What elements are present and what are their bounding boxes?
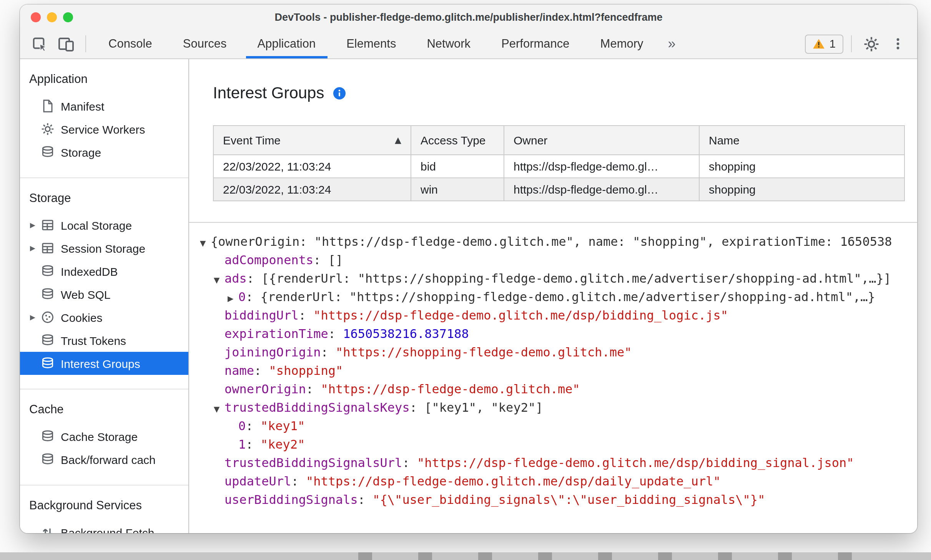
info-icon[interactable] <box>332 86 346 99</box>
column-header-content: Event Time▲ <box>223 134 401 147</box>
tree-line[interactable]: biddingUrl: "https://dsp-fledge-demo.gli… <box>200 307 917 325</box>
json-plain: : <box>299 308 314 323</box>
sidebar-item-label: Trust Tokens <box>61 334 126 347</box>
tree-line[interactable]: joiningOrigin: "https://shopping-fledge-… <box>200 343 917 362</box>
database-icon <box>41 356 55 370</box>
tree-line[interactable]: ▼ads: [{renderUrl: "https://shopping-fle… <box>200 270 917 288</box>
sidebar-item-label: Local Storage <box>61 219 132 232</box>
column-header-content: Owner <box>514 134 690 147</box>
sidebar-item-indexeddb[interactable]: IndexedDB <box>20 260 188 283</box>
tab-console[interactable]: Console <box>93 29 168 58</box>
json-plain: : <box>328 326 343 341</box>
expand-arrow-icon[interactable]: ▶ <box>228 290 238 308</box>
json-num: 1650538216.837188 <box>343 326 469 341</box>
sidebar-section-title: Cache <box>20 394 188 425</box>
json-key: trustedBiddingSignalsUrl <box>224 456 402 470</box>
tree-line[interactable]: ▶0: {renderUrl: "https://shopping-fledge… <box>200 288 917 307</box>
expand-arrow-icon[interactable]: ▶ <box>30 313 41 321</box>
toolbar-separator <box>851 35 852 52</box>
sidebar-item-background-fetch[interactable]: Background Fetch <box>20 521 188 533</box>
tab-performance[interactable]: Performance <box>486 29 585 58</box>
json-plain: : [] <box>313 253 343 267</box>
more-tabs-button[interactable]: » <box>659 29 685 58</box>
tab-application[interactable]: Application <box>242 29 331 58</box>
table-cell: https://dsp-fledge-demo.gl… <box>504 155 699 178</box>
panel-title: Interest Groups <box>213 84 324 102</box>
json-plain: : ["key1", "key2"] <box>410 400 543 415</box>
tab-memory[interactable]: Memory <box>585 29 659 58</box>
sidebar-item-service-workers[interactable]: Service Workers <box>20 118 188 141</box>
column-header-access-type[interactable]: Access Type <box>411 126 504 155</box>
tree-line[interactable]: trustedBiddingSignalsUrl: "https://dsp-f… <box>200 454 917 472</box>
collapse-arrow-icon[interactable]: ▼ <box>214 400 224 419</box>
sidebar-item-manifest[interactable]: Manifest <box>20 94 188 118</box>
column-header-name[interactable]: Name <box>699 126 904 155</box>
events-table-wrap: Event Time▲Access TypeOwnerName 22/03/20… <box>189 102 917 201</box>
tree-line[interactable]: name: "shopping" <box>200 362 917 380</box>
tree-line[interactable]: ownerOrigin: "https://dsp-fledge-demo.gl… <box>200 380 917 399</box>
inspect-element-icon[interactable] <box>28 32 51 55</box>
zoom-button[interactable] <box>63 12 73 22</box>
close-button[interactable] <box>31 12 41 22</box>
sidebar-item-label: Manifest <box>61 99 104 113</box>
device-toolbar-icon[interactable] <box>55 32 78 55</box>
column-header-event-time[interactable]: Event Time▲ <box>213 126 411 155</box>
json-key: ads <box>224 271 247 286</box>
collapse-arrow-icon[interactable]: ▼ <box>200 234 211 253</box>
tree-line[interactable]: 1: "key2" <box>200 436 917 454</box>
sidebar-item-back-forward-cach[interactable]: Back/forward cach <box>20 448 188 471</box>
sidebar-item-session-storage[interactable]: ▶Session Storage <box>20 237 188 260</box>
settings-gear-icon[interactable] <box>860 32 883 55</box>
fetch-icon <box>41 525 55 533</box>
tree-line[interactable]: 0: "key1" <box>200 417 917 436</box>
json-key: adComponents <box>224 253 313 267</box>
json-plain: : <box>246 437 261 452</box>
column-header-label: Event Time <box>223 134 281 147</box>
background-page-edge <box>0 552 931 560</box>
expand-arrow-icon[interactable]: ▶ <box>30 244 41 252</box>
tree-line[interactable]: adComponents: [] <box>200 251 917 270</box>
devtools-body: ApplicationManifestService WorkersStorag… <box>20 59 917 533</box>
json-plain: : <box>246 419 261 433</box>
sidebar-item-cookies[interactable]: ▶Cookies <box>20 306 188 329</box>
expand-arrow-icon[interactable]: ▶ <box>30 221 41 229</box>
issues-badge[interactable]: 1 <box>805 34 843 53</box>
interest-group-details-tree: ▼{ownerOrigin: "https://dsp-fledge-demo.… <box>189 223 917 509</box>
json-key: 1 <box>238 437 246 452</box>
sidebar-section-title: Application <box>20 64 188 94</box>
tree-line[interactable]: ▼{ownerOrigin: "https://dsp-fledge-demo.… <box>200 233 917 251</box>
sidebar-item-local-storage[interactable]: ▶Local Storage <box>20 214 188 237</box>
json-str: "https://shopping-fledge-demo.glitch.me" <box>336 345 632 360</box>
toolbar-left-group <box>28 29 90 58</box>
tab-elements[interactable]: Elements <box>331 29 411 58</box>
more-options-icon[interactable] <box>886 32 909 55</box>
titlebar[interactable]: DevTools - publisher-fledge-demo.glitch.… <box>20 5 917 29</box>
collapse-arrow-icon[interactable]: ▼ <box>214 271 224 290</box>
database-icon <box>41 333 55 347</box>
tree-line[interactable]: expirationTime: 1650538216.837188 <box>200 325 917 343</box>
sidebar-item-web-sql[interactable]: Web SQL <box>20 283 188 306</box>
sidebar-item-cache-storage[interactable]: Cache Storage <box>20 425 188 448</box>
sidebar-item-storage[interactable]: Storage <box>20 141 188 164</box>
sidebar-item-interest-groups[interactable]: Interest Groups <box>20 352 188 375</box>
table-row[interactable]: 22/03/2022, 11:03:24winhttps://dsp-fledg… <box>213 178 904 201</box>
tab-network[interactable]: Network <box>411 29 486 58</box>
column-header-owner[interactable]: Owner <box>504 126 699 155</box>
sidebar-item-label: Storage <box>61 146 101 159</box>
cookie-icon <box>41 310 55 324</box>
json-str: "https://dsp-fledge-demo.glitch.me/dsp/d… <box>306 474 721 489</box>
table-row[interactable]: 22/03/2022, 11:03:24bidhttps://dsp-fledg… <box>213 155 904 178</box>
tree-line[interactable]: updateUrl: "https://dsp-fledge-demo.glit… <box>200 472 917 491</box>
screen: DevTools - publisher-fledge-demo.glitch.… <box>0 0 931 560</box>
json-str: "https://dsp-fledge-demo.glitch.me" <box>321 382 580 396</box>
tree-line[interactable]: userBiddingSignals: "{\"user_bidding_sig… <box>200 491 917 509</box>
sidebar-item-label: Web SQL <box>61 288 111 301</box>
tree-line[interactable]: ▼trustedBiddingSignalsKeys: ["key1", "ke… <box>200 399 917 417</box>
database-icon <box>41 264 55 278</box>
tab-sources[interactable]: Sources <box>168 29 242 58</box>
application-sidebar: ApplicationManifestService WorkersStorag… <box>20 59 189 533</box>
sidebar-item-trust-tokens[interactable]: Trust Tokens <box>20 329 188 352</box>
sidebar-item-label: Back/forward cach <box>61 453 156 466</box>
minimize-button[interactable] <box>47 12 57 22</box>
json-str: "shopping" <box>269 363 343 378</box>
